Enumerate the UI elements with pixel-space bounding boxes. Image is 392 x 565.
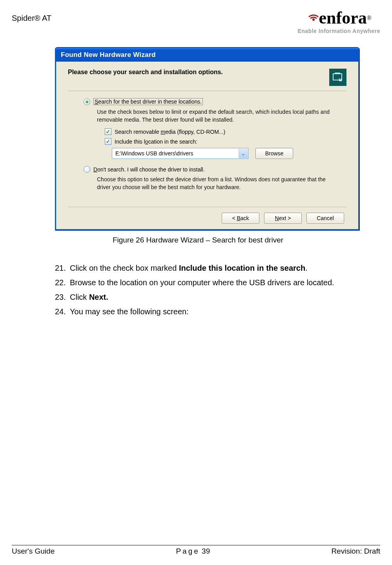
- dialog-heading-row: Please choose your search and installati…: [68, 69, 346, 91]
- dialog-body: Please choose your search and installati…: [56, 62, 358, 229]
- checkbox-removable-media[interactable]: ✓ Search removable media (floppy, CD-ROM…: [105, 128, 346, 135]
- driver-path-input[interactable]: E:\Windows USB drivers\drivers ⌄: [112, 148, 248, 159]
- next-button[interactable]: Next >: [264, 213, 302, 224]
- product-name: Spider® AT: [12, 8, 51, 23]
- step-text: You may see the following screen:: [70, 304, 189, 319]
- step-22: 22. Browse to the location on your compu…: [55, 275, 341, 290]
- hardware-wizard-dialog: Found New Hardware Wizard Please choose …: [55, 47, 359, 230]
- radio-icon: [84, 98, 90, 105]
- dropdown-button[interactable]: ⌄: [239, 149, 248, 158]
- browse-button[interactable]: Browse: [255, 148, 293, 159]
- dialog-titlebar: Found New Hardware Wizard: [56, 48, 358, 62]
- checkbox-icon: ✓: [105, 128, 111, 135]
- option1-description: Use the check boxes below to limit or ex…: [97, 108, 335, 124]
- checkbox-include-location[interactable]: ✓ Include this location in the search:: [105, 138, 346, 145]
- checkbox-removable-label: Search removable media (floppy, CD-ROM..…: [115, 129, 225, 135]
- instruction-steps: 21. Click on the check box marked Includ…: [55, 261, 341, 319]
- step-text: Browse to the location on your computer …: [70, 275, 334, 290]
- step-text: .: [305, 264, 308, 272]
- option2-description: Choose this option to select the device …: [97, 176, 335, 191]
- radio-dont-search[interactable]: Don't search. I will choose the driver t…: [84, 166, 346, 173]
- document-page: Spider® AT enfora® Enable Information An…: [0, 0, 392, 565]
- company-logo: enfora® Enable Information Anywhere: [297, 8, 380, 34]
- svg-point-0: [312, 18, 315, 21]
- step-bold: Include this location in the search: [179, 264, 305, 272]
- footer-right: Revision: Draft: [331, 547, 380, 556]
- registered-mark: ®: [367, 15, 372, 22]
- checkbox-include-label: Include this location in the search:: [115, 139, 197, 145]
- step-21: 21. Click on the check box marked Includ…: [55, 261, 341, 275]
- install-icon: [329, 69, 346, 86]
- logo-tagline: Enable Information Anywhere: [297, 28, 380, 34]
- cancel-button[interactable]: Cancel: [306, 213, 344, 224]
- step-bold: Next.: [89, 293, 108, 301]
- step-23: 23. Click Next.: [55, 290, 341, 304]
- radio-dont-search-label: Don't search. I will choose the driver t…: [93, 166, 205, 173]
- chevron-down-icon: ⌄: [241, 150, 246, 157]
- figure-caption: Figure 26 Hardware Wizard – Search for b…: [55, 236, 341, 244]
- wireless-icon: [306, 7, 321, 27]
- step-number: 22.: [55, 275, 70, 290]
- dialog-heading: Please choose your search and installati…: [68, 69, 223, 76]
- step-number: 24.: [55, 304, 70, 319]
- svg-rect-1: [333, 74, 342, 80]
- step-text: Click on the check box marked: [70, 264, 179, 272]
- radio-search-label: Search for the best driver in these loca…: [93, 98, 203, 105]
- footer-left: User's Guide: [12, 547, 55, 556]
- radio-icon: [84, 166, 90, 173]
- checkbox-icon: ✓: [105, 138, 111, 145]
- page-content: Found New Hardware Wizard Please choose …: [12, 47, 380, 319]
- page-footer: User's Guide Page 39 Revision: Draft: [12, 545, 380, 556]
- dialog-footer: < Back Next > Cancel: [68, 207, 346, 224]
- footer-center: Page 39: [176, 547, 210, 556]
- step-number: 21.: [55, 261, 70, 275]
- back-button[interactable]: < Back: [222, 213, 259, 224]
- logo-main: enfora®: [306, 8, 372, 28]
- logo-text: enfora: [319, 8, 367, 28]
- step-text: Click: [70, 293, 89, 301]
- step-number: 23.: [55, 290, 70, 304]
- driver-path-value: E:\Windows USB drivers\drivers: [115, 150, 193, 157]
- step-24: 24. You may see the following screen:: [55, 304, 341, 319]
- radio-search-locations[interactable]: Search for the best driver in these loca…: [84, 98, 346, 105]
- driver-path-row: E:\Windows USB drivers\drivers ⌄ Browse: [112, 148, 346, 159]
- page-header: Spider® AT enfora® Enable Information An…: [12, 8, 380, 43]
